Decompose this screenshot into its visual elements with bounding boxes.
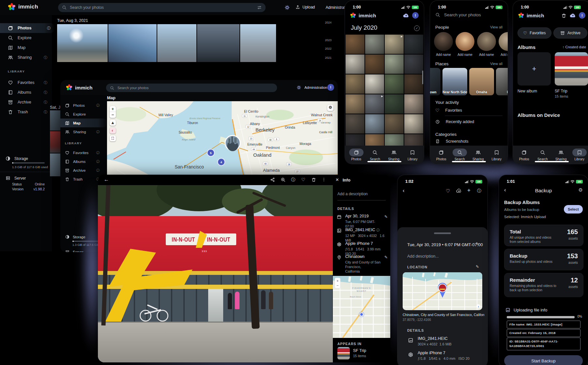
grid-photo[interactable] — [404, 74, 423, 94]
nav-library[interactable]: Library — [404, 149, 421, 161]
sidebar-item-photos[interactable]: Photosⓘ — [0, 23, 55, 33]
grid-photo[interactable] — [346, 74, 364, 94]
favorites-row[interactable]: ♡Favorites — [435, 108, 462, 113]
timeline-photo[interactable] — [157, 24, 196, 62]
grid-photo[interactable] — [385, 74, 404, 94]
nav-photos[interactable]: Photos — [348, 149, 365, 161]
info-icon[interactable]: ⓘ — [96, 103, 100, 108]
more-menu-icon[interactable]: ⋮ — [322, 177, 326, 182]
location-map[interactable]: i — [403, 272, 482, 310]
map-zoom-control[interactable]: +− — [110, 106, 116, 118]
grid-photo[interactable] — [404, 55, 423, 74]
grid-photo[interactable] — [346, 55, 364, 74]
recently-added-row[interactable]: Recently added — [435, 119, 474, 124]
drag-handle[interactable] — [434, 232, 451, 234]
info-icon[interactable]: ⓘ — [96, 168, 100, 173]
search-input[interactable]: Search your photos — [106, 84, 277, 92]
sidebar-item-map[interactable]: Map — [60, 119, 107, 127]
nav-search[interactable]: Search — [534, 149, 551, 161]
albums-sort-button[interactable]: ↑ Created date — [563, 45, 586, 49]
sidebar-item-trash[interactable]: Trashⓘ — [0, 107, 52, 117]
nav-library[interactable]: Library — [488, 149, 505, 161]
sidebar-item-albums[interactable]: Albumsⓘ — [60, 157, 107, 166]
avatar[interactable]: I — [412, 12, 419, 19]
add-name-label[interactable]: Add name — [477, 53, 496, 56]
info-icon[interactable]: ⓘ — [96, 151, 100, 155]
info-icon[interactable]: ⓘ — [44, 55, 47, 60]
edit-date-pencil-icon[interactable]: ✎ — [384, 214, 388, 219]
map-theme-button[interactable]: ◐ — [110, 128, 116, 134]
sidebar-item-archive[interactable]: Archiveⓘ — [0, 97, 52, 107]
administration-link[interactable]: Administration — [304, 86, 327, 89]
person[interactable]: Add name — [456, 32, 474, 56]
search-input[interactable]: Search your photos — [58, 3, 266, 12]
photo-main[interactable]: IN-N-OUT IN-N-OUT 333 — [98, 185, 333, 362]
zoom-in-icon[interactable] — [281, 177, 286, 182]
timeline-photo[interactable] — [57, 24, 108, 62]
grid-photo[interactable] — [346, 35, 364, 54]
location-minimap[interactable]: FISHERMAN'S WHARF Beach Street + − — [333, 276, 390, 338]
nav-photos[interactable]: Photos — [433, 149, 450, 161]
sidebar-item-photos[interactable]: Photosⓘ — [60, 101, 107, 110]
share-icon[interactable] — [270, 177, 275, 182]
screenshots-row[interactable]: Screenshots — [435, 139, 468, 144]
sidebar-item-explore[interactable]: Explore — [60, 110, 107, 119]
album-thumbnail[interactable] — [337, 347, 350, 359]
info-icon[interactable]: ⓘ — [477, 188, 481, 194]
person[interactable]: Add name — [434, 32, 453, 56]
edit-location-pencil-icon[interactable]: ✎ — [476, 264, 479, 269]
theme-sun-icon[interactable] — [297, 85, 301, 90]
start-backup-button[interactable]: Start Backup — [504, 355, 583, 365]
grid-photo[interactable] — [365, 35, 384, 54]
nav-sharing[interactable]: Sharing — [552, 149, 569, 161]
sidebar-item-albums[interactable]: Albumsⓘ — [0, 87, 52, 97]
info-icon[interactable]: ⓘ — [376, 228, 379, 232]
grid-photo[interactable] — [385, 94, 404, 114]
grid-photo[interactable] — [365, 114, 384, 134]
album-tile-sf-trip[interactable] — [555, 52, 588, 86]
grid-photo[interactable] — [365, 134, 384, 146]
select-all-check-icon[interactable]: ✓ — [414, 25, 420, 31]
theme-sun-icon[interactable] — [285, 5, 290, 10]
add-name-label[interactable]: Add name — [499, 53, 508, 56]
sidebar-item-sharing[interactable]: Sharingⓘ — [60, 127, 107, 136]
edit-location-pencil-icon[interactable]: ✎ — [384, 255, 388, 260]
grid-photo[interactable]: ▶ — [385, 35, 404, 54]
zoom-out-button[interactable]: − — [110, 112, 116, 118]
back-arrow-icon[interactable]: ← — [104, 177, 109, 182]
grid-photo[interactable] — [365, 55, 384, 74]
nav-search[interactable]: Search — [451, 149, 468, 161]
timeline-photo[interactable] — [240, 24, 276, 62]
avatar[interactable]: I — [579, 12, 585, 19]
info-icon[interactable]: ⓘ — [47, 26, 51, 31]
nav-sharing[interactable]: Sharing — [385, 149, 402, 161]
timeline-scrubber[interactable]: 2024 2023 2022 2021 — [307, 20, 333, 85]
select-button[interactable]: Select — [564, 205, 583, 214]
grid-photo[interactable] — [385, 55, 404, 74]
sidebar-item-explore[interactable]: Explore — [0, 33, 52, 43]
grid-photo[interactable] — [404, 35, 423, 54]
nav-search[interactable]: Search — [366, 149, 383, 161]
place-tile[interactable]: Chinatown — [430, 68, 441, 95]
description-input[interactable]: Add description... — [407, 254, 439, 259]
map-settings-gear-icon[interactable]: ⚙ — [327, 105, 333, 111]
info-icon[interactable]: ⓘ — [44, 90, 47, 95]
sidebar-item-favorites[interactable]: Favoritesⓘ — [60, 148, 107, 157]
favorite-heart-icon[interactable]: ♡ — [446, 188, 450, 194]
favorite-heart-icon[interactable]: ♡ — [301, 177, 305, 182]
archive-button[interactable]: Archive — [553, 27, 587, 39]
grid-photo[interactable] — [404, 94, 423, 114]
places-view-all-link[interactable]: View all — [490, 62, 503, 66]
sidebar-item-map[interactable]: Map — [0, 43, 52, 53]
nav-photos[interactable]: Photos — [516, 149, 533, 161]
trash-icon[interactable] — [561, 13, 566, 18]
add-name-label[interactable]: Add name — [434, 53, 453, 56]
search-input[interactable]: Search your photos — [435, 12, 481, 17]
edit-datetime-pencil-icon[interactable]: ✎ — [476, 242, 479, 246]
sidebar-item-archive[interactable]: Archiveⓘ — [60, 166, 107, 175]
grid-photo[interactable] — [385, 134, 404, 146]
settings-gear-icon[interactable]: ⚙ — [579, 187, 583, 193]
info-icon[interactable]: ⓘ — [44, 100, 47, 105]
immich-logo[interactable]: immich — [8, 3, 38, 11]
nav-library[interactable]: Library — [571, 149, 588, 161]
